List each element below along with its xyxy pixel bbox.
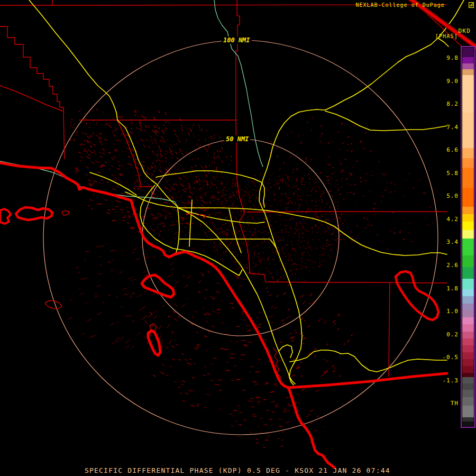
- colorbar-tick-label: 5.0: [446, 193, 459, 199]
- colorbar-tick-label: 7.4: [446, 124, 459, 131]
- brand: NEXLAB-College of DuPage: [355, 2, 474, 8]
- colorbar-tick-label: 8.2: [446, 100, 459, 107]
- cod-logo-icon: [446, 2, 474, 8]
- colorbar: [461, 47, 475, 427]
- colorbar-tick-label: 9.8: [446, 54, 459, 61]
- colorbar-tick-label: 9.0: [446, 78, 459, 85]
- county-borders: [0, 0, 469, 382]
- colorbar-tick-label: -0.5: [443, 354, 459, 361]
- colorbar-tick-label: 5.8: [446, 170, 459, 177]
- radar-echo-speckles: [68, 107, 434, 447]
- product-title: SPECIFIC DIFFERENTIAL PHASE (KDP) 0.5 DE…: [85, 466, 390, 474]
- colorbar-tick-label: 1.8: [446, 285, 459, 292]
- colorbar-tick-label: 4.2: [446, 216, 459, 223]
- range-ring-label-50: 50 NMI: [224, 135, 250, 143]
- colorbar-tick-label: TH: [451, 400, 459, 407]
- product-code-label: DKD: [459, 28, 471, 34]
- radar-screen: NEXLAB-College of DuPage DKD [PHAS] 100 …: [0, 0, 476, 476]
- brand-text: NEXLAB-College of DuPage: [355, 2, 445, 8]
- colorbar-tick-label: -1.3: [443, 377, 459, 384]
- radar-map: [0, 0, 476, 476]
- product-tag-label: [PHAS]: [435, 33, 458, 39]
- range-ring-label-100: 100 NMI: [222, 36, 252, 44]
- range-rings: [43, 40, 438, 435]
- colorbar-tick-label: 0.2: [446, 331, 459, 338]
- colorbar-tick-label: 2.6: [446, 262, 459, 269]
- coastline: [0, 163, 447, 468]
- colorbar-tick-label: 3.4: [446, 239, 459, 245]
- colorbar-tick-label: 6.6: [446, 147, 459, 153]
- rivers: [0, 0, 263, 207]
- colorbar-tick-label: 1.0: [446, 308, 459, 315]
